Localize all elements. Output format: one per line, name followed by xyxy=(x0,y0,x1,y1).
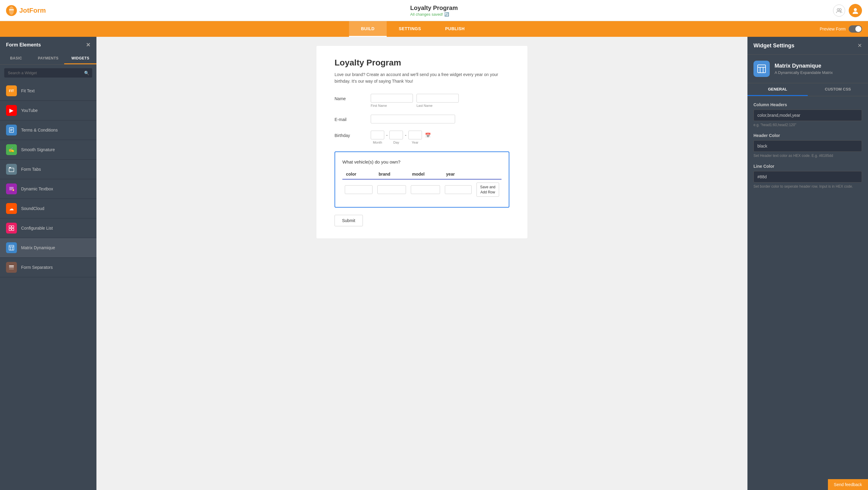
last-name-label: Last Name xyxy=(416,104,459,108)
widget-item-soundcloud[interactable]: ☁ SoundCloud xyxy=(0,199,96,219)
widget-name-soundcloud: SoundCloud xyxy=(21,206,44,211)
sidebar-tab-basic[interactable]: BASIC xyxy=(0,53,32,64)
nav-tab-build[interactable]: BUILD xyxy=(349,21,387,37)
matrix-input-model[interactable] xyxy=(411,185,440,194)
topbar-right xyxy=(833,4,862,17)
matrix-input-brand[interactable] xyxy=(377,185,406,194)
birthday-day-input[interactable] xyxy=(390,131,403,139)
saved-text: All changes saved! xyxy=(410,12,443,17)
calendar-icon[interactable]: 📅 xyxy=(425,133,431,142)
widget-item-terms[interactable]: Terms & Conditions xyxy=(0,120,96,140)
widget-name-configurable-list: Configurable List xyxy=(21,226,53,231)
bday-sep-2: - xyxy=(405,133,406,142)
matrix-section: What vehicle(s) do you own? color brand … xyxy=(335,151,509,208)
save-add-row-button[interactable]: Save and Add Row xyxy=(476,182,499,197)
form-card-title: Loyalty Program xyxy=(335,58,509,67)
user-icon xyxy=(851,7,859,15)
widget-name-form-tabs: Form Tabs xyxy=(21,167,41,172)
widget-name-fit-text: Fit Text xyxy=(21,88,35,93)
widget-info-text: Matrix Dynamique A Dynamically Expandabl… xyxy=(775,63,833,75)
svg-rect-10 xyxy=(9,168,14,172)
user-avatar[interactable] xyxy=(849,4,862,17)
birthday-month-group: Month xyxy=(371,131,384,144)
title-area: Loyalty Program All changes saved! 🔄 xyxy=(410,4,458,17)
last-name-input[interactable] xyxy=(416,94,459,103)
sidebar-tab-payments[interactable]: PAYMENTS xyxy=(32,53,64,64)
nav-tab-settings[interactable]: SETTINGS xyxy=(387,21,433,37)
main-layout: Form Elements ✕ BASIC PAYMENTS WIDGETS 🔍… xyxy=(0,37,868,490)
refresh-icon: 🔄 xyxy=(444,12,449,17)
email-label: E-mail xyxy=(335,115,371,122)
form-submit-row: Submit xyxy=(335,215,509,226)
widget-item-fit-text[interactable]: FIT Fit Text xyxy=(0,81,96,101)
svg-point-5 xyxy=(854,8,857,11)
sidebar-tabs: BASIC PAYMENTS WIDGETS xyxy=(0,53,96,64)
ws-tab-custom-css[interactable]: CUSTOM CSS xyxy=(808,83,868,96)
sidebar-tab-widgets[interactable]: WIDGETS xyxy=(64,53,96,64)
matrix-col-color: color xyxy=(342,169,375,179)
logo-text: JotForm xyxy=(19,7,46,15)
svg-rect-28 xyxy=(9,268,14,269)
email-input[interactable] xyxy=(371,115,455,123)
fit-text-icon: FIT xyxy=(6,85,17,96)
terms-icon xyxy=(6,125,17,136)
widget-search-input[interactable] xyxy=(4,68,92,78)
soundcloud-icon: ☁ xyxy=(6,203,17,214)
svg-rect-27 xyxy=(9,267,14,268)
configurable-list-icon xyxy=(6,223,17,234)
header-color-group: Header Color Set Header text color as HE… xyxy=(753,133,862,158)
widget-item-signature[interactable]: ✍ Smooth Signature xyxy=(0,140,96,160)
first-name-field: First Name xyxy=(371,94,413,108)
widget-item-matrix-dynamique[interactable]: Matrix Dynamique xyxy=(0,238,96,258)
line-color-label: Line Color xyxy=(753,164,862,169)
matrix-cell-brand xyxy=(375,179,408,200)
first-name-label: First Name xyxy=(371,104,413,108)
birthday-month-input[interactable] xyxy=(371,131,384,139)
preview-toggle[interactable] xyxy=(849,25,862,33)
birthday-day-group: Day xyxy=(390,131,403,144)
birthday-year-label: Year xyxy=(412,141,418,144)
widget-item-youtube[interactable]: ▶ YouTube xyxy=(0,101,96,120)
matrix-col-model: model xyxy=(408,169,442,179)
matrix-input-color[interactable] xyxy=(345,185,373,194)
widget-name-dynamic-textbox: Dynamic Textbox xyxy=(21,186,53,191)
email-field-row: E-mail xyxy=(335,115,509,123)
birthday-fields: Month - Day - Year 📅 xyxy=(371,131,509,144)
widget-settings-close-button[interactable]: ✕ xyxy=(858,42,862,49)
widget-matrix-desc: A Dynamically Expandable Matrix xyxy=(775,70,833,75)
toggle-knob xyxy=(855,26,861,32)
svg-point-4 xyxy=(839,8,841,10)
ws-tab-general[interactable]: GENERAL xyxy=(747,83,808,96)
widget-settings-header: Widget Settings ✕ xyxy=(747,37,868,55)
nav-tab-publish[interactable]: PUBLISH xyxy=(433,21,477,37)
matrix-cell-year xyxy=(442,179,474,200)
feedback-button[interactable]: Send feedback xyxy=(828,479,868,490)
line-color-input[interactable] xyxy=(753,171,862,182)
widget-matrix-name: Matrix Dynamique xyxy=(775,63,833,69)
birthday-year-input[interactable] xyxy=(408,131,422,139)
collab-button[interactable] xyxy=(833,4,845,17)
matrix-table: color brand model year xyxy=(342,169,501,200)
widget-settings-title: Widget Settings xyxy=(753,42,795,49)
name-field-row: Name First Name Last Name xyxy=(335,94,509,108)
first-name-input[interactable] xyxy=(371,94,413,103)
widget-item-dynamic-textbox[interactable]: Dynamic Textbox xyxy=(0,179,96,199)
submit-button[interactable]: Submit xyxy=(335,215,363,226)
matrix-col-brand: brand xyxy=(375,169,408,179)
svg-rect-29 xyxy=(758,65,766,73)
svg-rect-26 xyxy=(9,265,14,266)
col-headers-input[interactable] xyxy=(753,110,862,121)
header-color-label: Header Color xyxy=(753,133,862,138)
birthday-month-label: Month xyxy=(373,141,382,144)
matrix-input-year[interactable] xyxy=(445,185,472,194)
widget-name-youtube: YouTube xyxy=(21,108,38,113)
widget-name-signature: Smooth Signature xyxy=(21,147,55,152)
svg-rect-11 xyxy=(9,167,11,168)
widget-item-configurable-list[interactable]: Configurable List xyxy=(0,219,96,238)
svg-rect-21 xyxy=(12,228,14,231)
sidebar-close-button[interactable]: ✕ xyxy=(86,41,90,48)
widget-item-form-separators[interactable]: Form Separators xyxy=(0,258,96,277)
line-color-hint: Set border color to seperate header row.… xyxy=(753,184,862,189)
widget-item-form-tabs[interactable]: Form Tabs xyxy=(0,160,96,179)
header-color-input[interactable] xyxy=(753,140,862,152)
